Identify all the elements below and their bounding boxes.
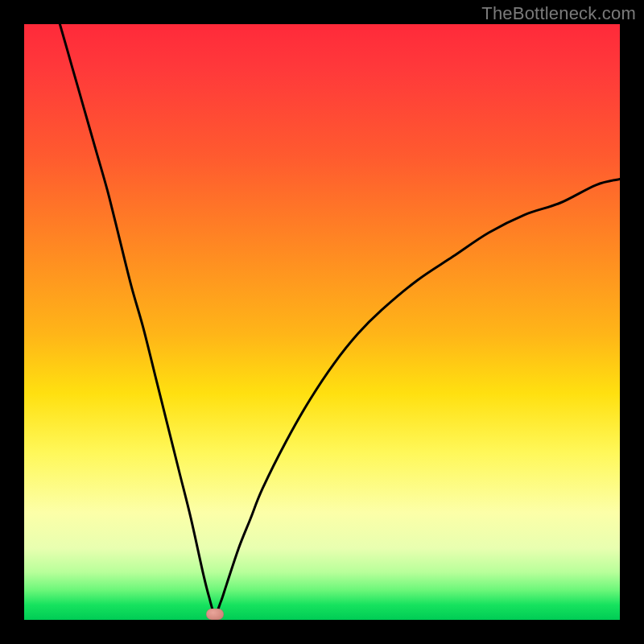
watermark-text: TheBottleneck.com: [481, 3, 636, 24]
bottleneck-curve: [24, 24, 620, 620]
bottleneck-curve-path: [60, 24, 620, 614]
optimal-point-marker: [206, 609, 224, 620]
chart-area: [24, 24, 620, 620]
